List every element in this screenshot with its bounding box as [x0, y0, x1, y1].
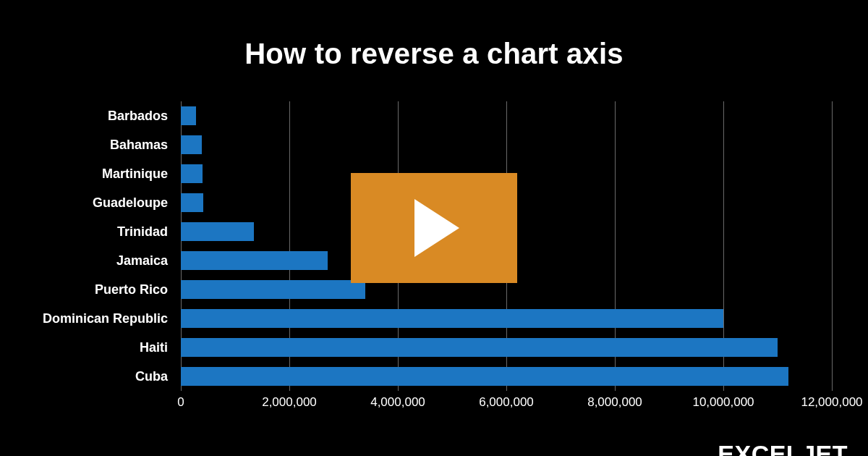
- y-tick-label: Trinidad: [36, 217, 174, 246]
- x-tick-label: 4,000,000: [370, 395, 425, 410]
- y-tick-label: Puerto Rico: [36, 275, 174, 304]
- x-tick-label: 0: [177, 395, 184, 410]
- x-tick-label: 6,000,000: [479, 395, 534, 410]
- y-tick-label: Jamaica: [36, 246, 174, 275]
- bar: [181, 309, 723, 328]
- x-tick-label: 12,000,000: [801, 395, 862, 410]
- y-tick-label: Guadeloupe: [36, 188, 174, 217]
- x-axis: 02,000,0004,000,0006,000,0008,000,00010,…: [181, 391, 832, 413]
- bar: [181, 280, 365, 299]
- y-tick-label: Bahamas: [36, 130, 174, 159]
- y-tick-label: Barbados: [36, 101, 174, 130]
- y-tick-label: Dominican Republic: [36, 304, 174, 333]
- bar-row: Haiti: [36, 333, 832, 362]
- svg-marker-0: [414, 199, 459, 257]
- bar: [181, 222, 254, 241]
- bar: [181, 135, 202, 154]
- bar: [181, 193, 203, 212]
- bar: [181, 367, 788, 386]
- gridline: [832, 101, 833, 391]
- bar: [181, 338, 778, 357]
- brand-logo: EXCELJET: [718, 442, 859, 456]
- play-button[interactable]: [351, 173, 517, 283]
- bar-row: Bahamas: [36, 130, 832, 159]
- y-tick-label: Cuba: [36, 362, 174, 391]
- y-tick-label: Martinique: [36, 159, 174, 188]
- bar-row: Dominican Republic: [36, 304, 832, 333]
- brand-text: EXCELJET: [718, 440, 848, 456]
- page-title: How to reverse a chart axis: [0, 0, 868, 70]
- bar: [181, 106, 196, 125]
- x-tick-label: 8,000,000: [587, 395, 642, 410]
- x-tick-label: 2,000,000: [262, 395, 317, 410]
- y-tick-label: Haiti: [36, 333, 174, 362]
- bar: [181, 251, 328, 270]
- bar-row: Barbados: [36, 101, 832, 130]
- x-tick-label: 10,000,000: [692, 395, 754, 410]
- bar-row: Cuba: [36, 362, 832, 391]
- play-icon: [409, 199, 459, 257]
- bar: [181, 164, 203, 183]
